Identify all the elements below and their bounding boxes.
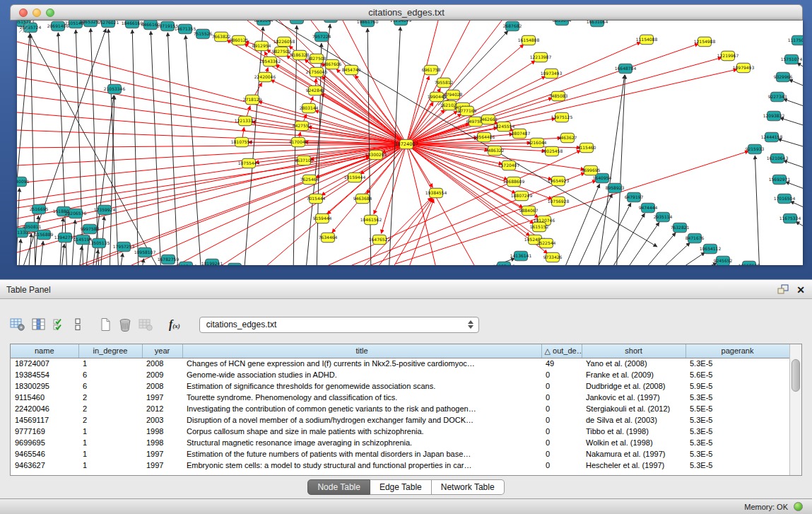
table-cell-out_degree[interactable]: 0 bbox=[541, 403, 582, 414]
graph-edge[interactable] bbox=[669, 252, 705, 265]
table-cell-in_degree[interactable]: 2 bbox=[78, 403, 142, 414]
graph-edge[interactable] bbox=[17, 144, 406, 201]
graph-edge[interactable] bbox=[406, 144, 433, 187]
graph-edge[interactable] bbox=[78, 246, 82, 265]
table-row[interactable]: 1456911722003Disruption of a novel membe… bbox=[11, 414, 789, 426]
graph-edge[interactable] bbox=[785, 182, 803, 191]
table-cell-name[interactable]: 14569117 bbox=[11, 414, 78, 426]
graph-edge[interactable] bbox=[151, 31, 161, 265]
column-header-title[interactable]: title bbox=[182, 344, 541, 358]
table-cell-out_degree[interactable]: 0 bbox=[541, 414, 582, 426]
graph-edge[interactable] bbox=[796, 221, 803, 230]
graph-edge[interactable] bbox=[597, 75, 625, 265]
table-cell-out_degree[interactable]: 49 bbox=[541, 358, 582, 369]
table-cell-short[interactable]: Jankovic et al. (1997) bbox=[582, 392, 686, 403]
show-column-icon[interactable] bbox=[32, 315, 46, 334]
table-cell-year[interactable]: 2008 bbox=[142, 358, 182, 369]
graph-edge[interactable] bbox=[406, 21, 438, 144]
network-svg[interactable]: 2051572324055724206914062105140610653257… bbox=[17, 21, 803, 265]
graph-edge[interactable] bbox=[355, 75, 406, 144]
table-row[interactable]: 946362711997Embryonic stem cells: a mode… bbox=[11, 460, 789, 471]
float-window-icon[interactable] bbox=[777, 284, 789, 295]
table-row[interactable]: 911546021997Tourette syndrome. Phenomeno… bbox=[11, 392, 789, 403]
table-cell-name[interactable]: 9777169 bbox=[11, 426, 78, 437]
table-cell-short[interactable]: Wolkin et al. (1998) bbox=[582, 437, 686, 448]
table-cell-year[interactable]: 1998 bbox=[142, 437, 182, 448]
table-cell-pagerank[interactable]: 5.3E-5 bbox=[686, 392, 789, 403]
table-cell-year[interactable]: 2012 bbox=[142, 403, 182, 414]
column-header-short[interactable]: short bbox=[582, 344, 686, 358]
table-cell-short[interactable]: Nakamura et al. (1997) bbox=[582, 448, 686, 460]
column-header-in_degree[interactable]: in_degree bbox=[78, 344, 142, 358]
graph-edge[interactable] bbox=[132, 30, 139, 265]
graph-edge[interactable] bbox=[790, 201, 803, 210]
table-cell-out_degree[interactable]: 0 bbox=[541, 426, 582, 437]
table-cell-out_degree[interactable]: 0 bbox=[541, 437, 582, 448]
graph-edge[interactable] bbox=[784, 160, 803, 170]
graph-edge[interactable] bbox=[119, 253, 123, 265]
graph-edge[interactable] bbox=[778, 139, 803, 148]
table-cell-title[interactable]: Structural magnetic resonance image aver… bbox=[182, 437, 541, 448]
delete-table-icon[interactable] bbox=[118, 315, 132, 334]
tab-edge-table[interactable]: Edge Table bbox=[370, 479, 432, 495]
table-cell-short[interactable]: Tibbo et al. (1998) bbox=[582, 426, 686, 437]
network-view[interactable]: 2051572324055724206914062105140610653257… bbox=[17, 21, 803, 265]
table-row[interactable]: 946554611997Estimation of the future num… bbox=[11, 448, 789, 460]
table-row[interactable]: 969969511998Structural magnetic resonanc… bbox=[11, 437, 789, 448]
table-cell-out_degree[interactable]: 0 bbox=[541, 392, 582, 403]
table-cell-name[interactable]: 9115460 bbox=[11, 392, 78, 403]
table-cell-out_degree[interactable]: 0 bbox=[541, 369, 582, 380]
table-cell-in_degree[interactable]: 1 bbox=[78, 448, 142, 460]
table-cell-in_degree[interactable]: 1 bbox=[78, 437, 142, 448]
graph-edge[interactable] bbox=[95, 250, 98, 265]
row-height-icon[interactable] bbox=[73, 315, 83, 334]
table-cell-name[interactable]: 22420046 bbox=[11, 403, 78, 414]
resize-grip-icon[interactable] bbox=[17, 21, 30, 33]
table-cell-pagerank[interactable]: 5.3E-5 bbox=[686, 460, 789, 471]
table-cell-title[interactable]: Disruption of a novel member of a sodium… bbox=[182, 414, 541, 426]
table-cell-title[interactable]: Estimation of significance thresholds fo… bbox=[182, 380, 541, 392]
table-cell-title[interactable]: Corpus callosum shape and size in male p… bbox=[182, 426, 541, 437]
table-cell-pagerank[interactable]: 5.3E-5 bbox=[686, 437, 789, 448]
table-cell-name[interactable]: 18724007 bbox=[11, 358, 78, 369]
new-table-icon[interactable] bbox=[99, 315, 112, 334]
graph-edge[interactable] bbox=[57, 144, 406, 265]
graph-edge[interactable] bbox=[406, 199, 434, 265]
table-cell-in_degree[interactable]: 1 bbox=[78, 460, 142, 471]
function-builder-icon[interactable]: f(x) bbox=[169, 315, 180, 334]
table-cell-short[interactable]: Stergiakouli et al. (2012) bbox=[582, 403, 686, 414]
table-row[interactable]: 1872400712008Changes of HCN gene express… bbox=[11, 358, 789, 369]
graph-edge[interactable] bbox=[574, 194, 612, 265]
table-cell-out_degree[interactable]: 0 bbox=[541, 380, 582, 392]
tab-network-table[interactable]: Network Table bbox=[432, 479, 505, 495]
graph-edge[interactable] bbox=[353, 197, 432, 265]
table-cell-year[interactable]: 1997 bbox=[142, 460, 182, 471]
table-cell-title[interactable]: Changes of HCN gene expression and I(f) … bbox=[182, 358, 541, 369]
table-scrollbar[interactable] bbox=[789, 344, 801, 475]
tab-node-table[interactable]: Node Table bbox=[307, 479, 370, 495]
table-row[interactable]: 1830029562008Estimation of significance … bbox=[11, 380, 789, 392]
table-cell-pagerank[interactable]: 5.3E-5 bbox=[686, 358, 789, 369]
table-cell-title[interactable]: Investigating the contribution of common… bbox=[182, 403, 541, 414]
table-cell-title[interactable]: Tourette syndrome. Phenomenology and cla… bbox=[182, 392, 541, 403]
table-cell-pagerank[interactable]: 5.9E-5 bbox=[686, 380, 789, 392]
table-cell-title[interactable]: Genome-wide association studies in ADHD. bbox=[182, 369, 541, 380]
table-cell-pagerank[interactable]: 5.3E-5 bbox=[686, 448, 789, 460]
table-cell-in_degree[interactable]: 6 bbox=[78, 380, 142, 392]
table-cell-short[interactable]: Yano et al. (2008) bbox=[582, 358, 686, 369]
graph-edge[interactable] bbox=[367, 28, 371, 265]
table-cell-title[interactable]: Estimation of the future numbers of pati… bbox=[182, 448, 541, 460]
close-panel-icon[interactable]: ✕ bbox=[796, 285, 805, 295]
table-cell-name[interactable]: 18300295 bbox=[11, 380, 78, 392]
graph-edge[interactable] bbox=[797, 63, 803, 71]
table-cell-in_degree[interactable]: 1 bbox=[78, 358, 142, 369]
graph-node-16649109[interactable] bbox=[324, 21, 338, 23]
graph-edge[interactable] bbox=[780, 118, 803, 127]
table-cell-pagerank[interactable]: 5.3E-5 bbox=[686, 414, 789, 426]
table-cell-in_degree[interactable]: 2 bbox=[78, 414, 142, 426]
column-header-pagerank[interactable]: pagerank bbox=[686, 344, 789, 358]
column-header-year[interactable]: year bbox=[142, 344, 182, 358]
graph-edge[interactable] bbox=[40, 241, 43, 265]
table-cell-pagerank[interactable]: 5.5E-5 bbox=[686, 403, 789, 414]
graph-edge[interactable] bbox=[336, 69, 406, 144]
